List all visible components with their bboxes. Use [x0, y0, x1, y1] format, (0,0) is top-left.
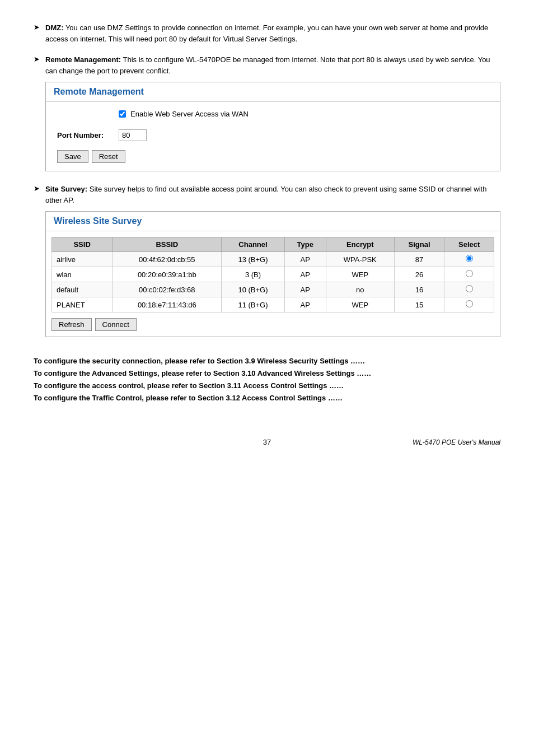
dmz-text: DMZ: You can use DMZ Settings to provide…: [45, 22, 500, 44]
cell-1: 00:c0:02:fe:d3:68: [113, 282, 222, 297]
bullet-arrow-dmz: ➤: [34, 23, 40, 31]
site-survey-text: Site Survey: Site survey helps to find o…: [45, 184, 500, 206]
product-name: WL-5470 POE: [413, 438, 456, 446]
rm-port-row: Port Number:: [57, 129, 489, 141]
remote-management-section: ➤ Remote Management: This is to configur…: [34, 54, 500, 174]
cell-4: WEP: [326, 267, 394, 282]
cell-5: 26: [394, 267, 444, 282]
wireless-site-survey-body: SSID BSSID Channel Type Encrypt Signal S…: [46, 231, 500, 337]
wireless-site-survey-title: Wireless Site Survey: [46, 212, 500, 231]
port-number-label: Port Number:: [57, 131, 107, 139]
cell-2: 10 (B+G): [222, 282, 284, 297]
port-number-input[interactable]: [119, 129, 147, 141]
col-channel: Channel: [222, 237, 284, 252]
save-button[interactable]: Save: [57, 150, 88, 163]
remote-management-text: Remote Management: This is to configure …: [45, 54, 500, 76]
cell-5: 87: [394, 252, 444, 267]
cell-5: 16: [394, 282, 444, 297]
cell-3: AP: [284, 282, 326, 297]
dmz-label: DMZ:: [45, 24, 64, 32]
cell-1: 00:4f:62:0d:cb:55: [113, 252, 222, 267]
cell-0: airlive: [52, 252, 113, 267]
select-radio-cell[interactable]: [444, 282, 494, 297]
enable-wan-checkbox[interactable]: [119, 110, 126, 118]
col-encrypt: Encrypt: [326, 237, 394, 252]
remote-management-panel-title: Remote Management: [46, 82, 500, 102]
cell-1: 00:18:e7:11:43:d6: [113, 297, 222, 312]
col-ssid: SSID: [52, 237, 113, 252]
footer-note: To configure the Traffic Control, please…: [34, 392, 500, 404]
rm-checkbox-area: Enable Web Server Access via WAN: [119, 110, 249, 124]
page-product-manual: WL-5470 POE User's Manual: [413, 438, 500, 446]
cell-5: 15: [394, 297, 444, 312]
footer-note: To configure the security connection, pl…: [34, 355, 500, 367]
cell-4: WPA-PSK: [326, 252, 394, 267]
cell-0: PLANET: [52, 297, 113, 312]
rm-checkbox-row: Enable Web Server Access via WAN: [119, 110, 249, 118]
wireless-site-survey-panel: Wireless Site Survey SSID BSSID Channel …: [45, 211, 500, 337]
cell-4: no: [326, 282, 394, 297]
cell-0: wlan: [52, 267, 113, 282]
col-select: Select: [444, 237, 494, 252]
bullet-arrow-rm: ➤: [34, 55, 40, 63]
remote-management-panel-body: Enable Web Server Access via WAN Port Nu…: [46, 102, 500, 171]
cell-3: AP: [284, 252, 326, 267]
footer-note: To configure the access control, please …: [34, 380, 500, 392]
table-header-row: SSID BSSID Channel Type Encrypt Signal S…: [52, 237, 494, 252]
cell-1: 00:20:e0:39:a1:bb: [113, 267, 222, 282]
site-survey-content: Site Survey: Site survey helps to find o…: [45, 184, 500, 339]
remote-management-panel: Remote Management Enable Web Server Acce…: [45, 82, 500, 171]
table-row: default00:c0:02:fe:d3:6810 (B+G)APno16: [52, 282, 494, 297]
table-row: PLANET00:18:e7:11:43:d611 (B+G)APWEP15: [52, 297, 494, 312]
refresh-button[interactable]: Refresh: [51, 318, 92, 331]
enable-wan-label: Enable Web Server Access via WAN: [130, 110, 249, 118]
col-bssid: BSSID: [113, 237, 222, 252]
cell-3: AP: [284, 267, 326, 282]
select-radio[interactable]: [466, 300, 473, 307]
dmz-section: ➤ DMZ: You can use DMZ Settings to provi…: [34, 22, 500, 44]
remote-management-label: Remote Management:: [45, 55, 121, 64]
select-radio[interactable]: [466, 285, 473, 292]
cell-2: 13 (B+G): [222, 252, 284, 267]
connect-button[interactable]: Connect: [95, 318, 137, 331]
select-radio-cell[interactable]: [444, 297, 494, 312]
select-radio[interactable]: [466, 270, 473, 277]
table-row: airlive00:4f:62:0d:cb:5513 (B+G)APWPA-PS…: [52, 252, 494, 267]
cell-2: 11 (B+G): [222, 297, 284, 312]
site-survey-table: SSID BSSID Channel Type Encrypt Signal S…: [51, 237, 494, 312]
cell-2: 3 (B): [222, 267, 284, 282]
dmz-body: You can use DMZ Settings to provide conn…: [45, 24, 488, 43]
reset-button[interactable]: Reset: [92, 150, 125, 163]
select-radio-cell[interactable]: [444, 267, 494, 282]
rm-buttons: Save Reset: [57, 150, 489, 163]
select-radio-cell[interactable]: [444, 252, 494, 267]
wss-buttons: Refresh Connect: [51, 318, 494, 331]
table-row: wlan00:20:e0:39:a1:bb3 (B)APWEP26: [52, 267, 494, 282]
cell-4: WEP: [326, 297, 394, 312]
cell-0: default: [52, 282, 113, 297]
col-type: Type: [284, 237, 326, 252]
site-survey-section: ➤ Site Survey: Site survey helps to find…: [34, 184, 500, 339]
manual-label: User's Manual: [458, 438, 500, 446]
footer-notes: To configure the security connection, pl…: [34, 355, 500, 404]
select-radio[interactable]: [466, 255, 473, 262]
site-survey-label: Site Survey:: [45, 185, 87, 193]
dmz-content: DMZ: You can use DMZ Settings to provide…: [45, 22, 500, 44]
site-survey-body: Site survey helps to find out available …: [45, 185, 486, 204]
cell-3: AP: [284, 297, 326, 312]
page-number: 37: [263, 438, 271, 446]
col-signal: Signal: [394, 237, 444, 252]
footer-note: To configure the Advanced Settings, plea…: [34, 367, 500, 380]
remote-management-content: Remote Management: This is to configure …: [45, 54, 500, 174]
bullet-arrow-ss: ➤: [34, 184, 40, 193]
